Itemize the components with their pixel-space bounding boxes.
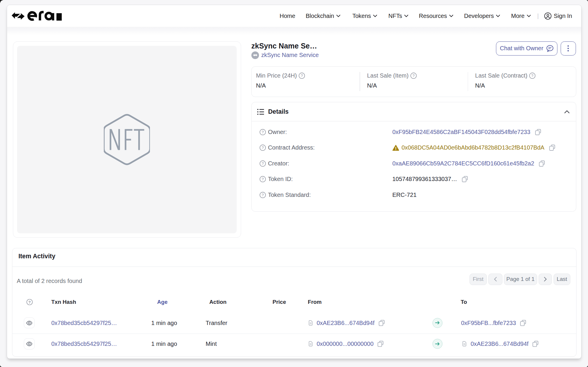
- svg-text:?: ?: [531, 73, 533, 78]
- svg-text:?: ?: [301, 73, 303, 78]
- svg-text:?: ?: [412, 73, 415, 78]
